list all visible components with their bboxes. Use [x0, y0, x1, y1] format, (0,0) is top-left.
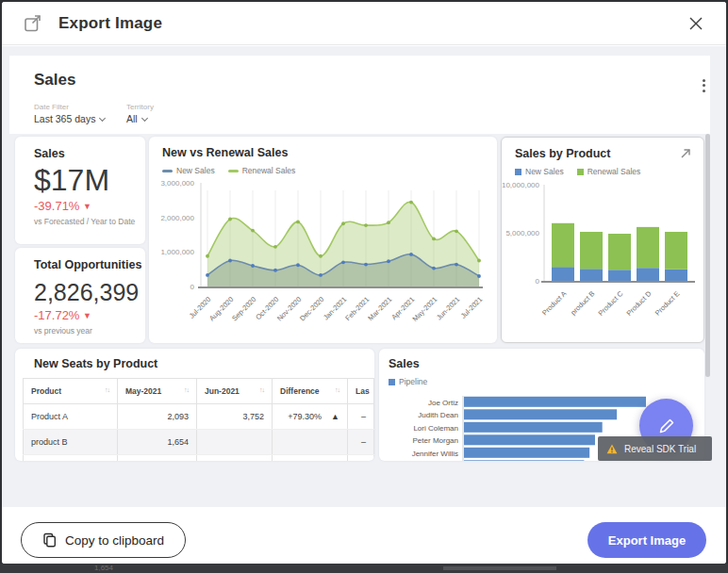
export-button-label: Export Image — [608, 533, 686, 548]
svg-text:Joe Ortiz: Joe Ortiz — [428, 399, 458, 407]
svg-text:Sep-2020: Sep-2020 — [230, 295, 257, 322]
column-header-difference[interactable]: Difference↑↓ — [273, 379, 348, 404]
export-image-button[interactable]: Export Image — [587, 522, 706, 558]
kpi-delta: -17.72% ▼ — [34, 308, 91, 322]
kpi-card-total-opportunities: Total Opportunities 2,826,399 -17.72% ▼ … — [15, 248, 145, 343]
chevron-down-icon — [141, 115, 148, 122]
column-label: Difference — [280, 386, 320, 396]
territory-filter-dropdown[interactable]: Territory All — [126, 103, 154, 124]
copy-to-clipboard-button[interactable]: Copy to clipboard — [21, 522, 186, 558]
kpi-value: 2,826,399 — [34, 279, 139, 306]
table-cell: – — [348, 404, 374, 430]
legend-label: New Sales — [176, 166, 215, 175]
svg-text:Mar-2021: Mar-2021 — [366, 295, 393, 322]
kpi-value: $17M — [34, 163, 109, 198]
table-cell: +79.30%▲ — [273, 404, 348, 430]
up-arrow-icon: ▲ — [331, 412, 339, 421]
close-icon[interactable] — [687, 14, 705, 33]
background-fragment: 1,654 — [94, 564, 113, 572]
scrollbar-thumb[interactable] — [705, 134, 710, 377]
maximize-icon[interactable] — [679, 147, 692, 160]
chart-title: New vs Renewal Sales — [162, 146, 288, 159]
column-header-las[interactable]: Las — [348, 379, 374, 404]
legend-marker-icon — [577, 169, 584, 175]
legend-label: Renewal Sales — [587, 167, 641, 176]
table-cell: product B — [24, 430, 118, 455]
legend-item: New Sales — [162, 166, 215, 175]
date-filter-value: Last 365 days — [34, 113, 95, 124]
chart-title: New Seats by Product — [34, 357, 157, 370]
table-cell — [273, 430, 348, 455]
column-label: May-2021 — [125, 386, 161, 396]
svg-text:3,000,000: 3,000,000 — [160, 179, 194, 188]
dashboard-header-band: Sales Date Filter Last 365 days Territor… — [9, 56, 710, 134]
dialog-footer: Copy to clipboard Export Image — [2, 507, 726, 564]
dialog-header: Export Image — [2, 2, 726, 45]
table-cell: 3,752 — [197, 404, 273, 430]
chart-legend: Pipeline — [389, 377, 427, 386]
kebab-menu-icon[interactable] — [697, 76, 710, 93]
table-row: Product A2,0933,752+79.30%▲– — [24, 404, 374, 430]
legend-marker-icon — [515, 169, 521, 175]
svg-text:product B: product B — [569, 289, 596, 317]
column-header-jun-2021[interactable]: Jun-2021↑↓ — [197, 379, 273, 404]
kpi-card-sales: Sales $17M -39.71% ▼ vs Forecasted / Yea… — [15, 137, 145, 244]
table-row — [24, 455, 374, 462]
svg-text:Lori Coleman: Lori Coleman — [413, 424, 458, 433]
dimmed-page-behind-modal: 1,654 — [0, 564, 728, 573]
background-fragment — [443, 566, 556, 570]
chart-legend: New SalesRenewal Sales — [515, 167, 640, 176]
column-header-product[interactable]: Product↑↓ — [24, 379, 118, 404]
copy-button-label: Copy to clipboard — [65, 533, 164, 548]
legend-item: Renewal Sales — [577, 167, 641, 176]
svg-text:Jul-2021: Jul-2021 — [459, 295, 485, 320]
svg-text:5,000,000: 5,000,000 — [505, 229, 539, 237]
svg-text:Product D: Product D — [624, 289, 653, 318]
svg-text:0: 0 — [536, 277, 540, 286]
sort-icon: ↑↓ — [259, 386, 264, 393]
svg-text:Product C: Product C — [596, 289, 624, 318]
kpi-title: Total Opportunities — [34, 258, 141, 271]
date-filter-label: Date Filter — [34, 103, 105, 111]
table-cell: Product A — [24, 404, 118, 430]
svg-text:Judith Dean: Judith Dean — [418, 411, 458, 419]
kpi-delta: -39.71% ▼ — [34, 199, 91, 213]
svg-text:Dec-2020: Dec-2020 — [298, 295, 325, 322]
chevron-down-icon — [99, 115, 106, 122]
column-label: Jun-2021 — [205, 386, 240, 396]
column-label: Product — [31, 386, 61, 396]
pencil-icon — [656, 416, 677, 436]
svg-text:May-2021: May-2021 — [410, 295, 438, 323]
legend-label: New Sales — [525, 167, 564, 176]
svg-text:2,000,000: 2,000,000 — [160, 214, 194, 222]
svg-text:0: 0 — [190, 283, 195, 291]
territory-filter-value: All — [126, 113, 138, 124]
new-seats-table: Product↑↓May-2021↑↓Jun-2021↑↓Difference↑… — [23, 378, 374, 461]
down-arrow-icon: ▼ — [83, 202, 91, 211]
area-chart: 01,000,0002,000,0003,000,000Jul-2020Aug-… — [149, 178, 497, 343]
legend-item: Renewal Sales — [228, 166, 296, 175]
sort-icon: ↑↓ — [335, 386, 339, 393]
legend-marker-icon — [162, 170, 173, 172]
stacked-bar-chart: 05,000,00010,000,000Product Aproduct BPr… — [502, 179, 703, 344]
date-filter-dropdown[interactable]: Date Filter Last 365 days — [34, 103, 105, 124]
svg-text:10,000,000: 10,000,000 — [502, 181, 540, 189]
kpi-subtitle: vs Forecasted / Year to Date — [34, 217, 135, 226]
column-label: Las — [356, 386, 370, 396]
table-cell — [197, 430, 273, 455]
legend-label: Renewal Sales — [242, 166, 296, 175]
column-header-may-2021[interactable]: May-2021↑↓ — [118, 379, 197, 404]
svg-text:Jennifer Willis: Jennifer Willis — [412, 450, 458, 458]
card-sales-by-product: Sales by Product New SalesRenewal Sales … — [501, 137, 704, 343]
chart-title: Sales — [389, 357, 420, 370]
legend-item: New Sales — [515, 167, 564, 176]
legend-item: Pipeline — [389, 377, 427, 386]
legend-label: Pipeline — [399, 377, 427, 386]
card-new-vs-renewal-sales: New vs Renewal Sales New SalesRenewal Sa… — [149, 137, 497, 343]
dashboard-title: Sales — [34, 71, 75, 90]
legend-marker-icon — [389, 379, 395, 385]
kpi-title: Sales — [34, 147, 65, 160]
copy-icon — [42, 532, 57, 548]
screenshot-root: Export Image Sales Date Filter Last 365 … — [0, 0, 728, 573]
kpi-subtitle: vs previous year — [34, 326, 92, 336]
